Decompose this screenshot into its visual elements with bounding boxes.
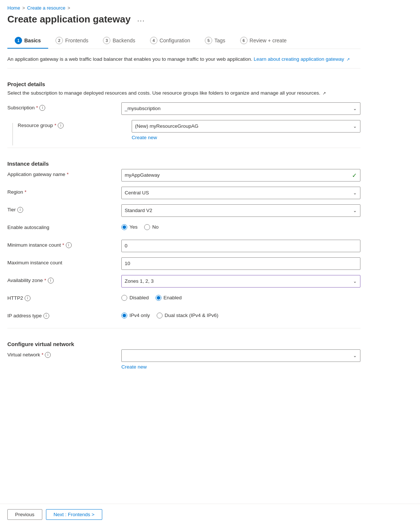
external-link-icon: ↗ (346, 57, 350, 61)
ip-dual-label: Dual stack (IPv4 & IPv6) (165, 313, 218, 318)
region-select[interactable]: Central US (121, 187, 360, 199)
vnet-row: Virtual network * i ⌄ Create new (7, 349, 360, 370)
region-select-wrapper: Central US ⌄ (121, 187, 360, 199)
resource-group-section: Resource group * i (New) myResourceGroup… (18, 120, 360, 145)
tab-review-circle: 6 (240, 37, 248, 44)
tab-frontends[interactable]: 2 Frontends (48, 34, 96, 49)
indent-col (7, 120, 18, 145)
max-count-row: Maximum instance count (7, 257, 360, 270)
tab-configuration-circle: 4 (150, 37, 157, 44)
create-new-rg-link[interactable]: Create new (132, 135, 157, 140)
tier-select-wrapper: Standard V2 ⌄ (121, 204, 360, 217)
resource-group-label: Resource group * i (18, 120, 132, 128)
tab-configuration-label: Configuration (160, 38, 190, 43)
tab-basics-circle: 1 (15, 37, 22, 44)
gateway-name-input[interactable] (121, 169, 360, 182)
http2-enabled-label: Enabled (164, 295, 182, 300)
resource-group-control: (New) myResourceGroupAG ⌄ Create new (132, 120, 360, 140)
tab-tags-circle: 5 (205, 37, 212, 44)
http2-disabled-label: Disabled (129, 295, 149, 300)
subscription-control: _mysubscription ⌄ (121, 102, 360, 115)
create-new-vnet-link[interactable]: Create new (121, 364, 147, 370)
breadcrumb-sep1: > (22, 6, 25, 11)
vnet-control: ⌄ Create new (121, 349, 360, 370)
tier-control: Standard V2 ⌄ (121, 204, 360, 217)
tab-configuration[interactable]: 4 Configuration (143, 34, 197, 49)
tier-info-icon[interactable]: i (17, 207, 23, 213)
ellipsis-button[interactable]: ... (135, 15, 147, 24)
tab-frontends-label: Frontends (65, 38, 88, 43)
gateway-name-label: Application gateway name * (7, 169, 121, 177)
http2-enabled-radio[interactable] (156, 295, 161, 301)
info-link[interactable]: Learn about creating application gateway… (254, 56, 350, 62)
ip-type-label: IP address type i (7, 310, 121, 319)
autoscaling-yes-radio[interactable] (121, 224, 127, 230)
vnet-label: Virtual network * i (7, 349, 121, 358)
breadcrumb-sep2: > (68, 6, 70, 11)
tab-frontends-circle: 2 (56, 37, 63, 44)
info-text: An application gateway is a web traffic … (7, 56, 360, 63)
availability-row: Availability zone * i Zones 1, 2, 3 ⌄ (7, 275, 360, 288)
region-label: Region * (7, 187, 121, 195)
subscription-row: Subscription * i _mysubscription ⌄ (7, 102, 360, 115)
tab-basics[interactable]: 1 Basics (7, 34, 48, 49)
valid-check-icon: ✓ (352, 172, 357, 179)
rg-info-icon[interactable]: i (58, 123, 64, 128)
availability-control: Zones 1, 2, 3 ⌄ (121, 275, 360, 288)
autoscaling-no-radio[interactable] (144, 224, 150, 230)
gateway-name-row: Application gateway name * ✓ (7, 169, 360, 182)
tab-review-label: Review + create (250, 38, 287, 43)
resource-group-select[interactable]: (New) myResourceGroupAG (132, 120, 360, 133)
http2-radio-group: Disabled Enabled (121, 293, 360, 301)
http2-row: HTTP2 i Disabled Enabled (7, 293, 360, 305)
breadcrumb-home[interactable]: Home (7, 5, 20, 11)
autoscaling-no-option[interactable]: No (144, 224, 159, 230)
autoscaling-yes-option[interactable]: Yes (121, 224, 138, 230)
tab-review-create[interactable]: 6 Review + create (233, 34, 294, 49)
indent-bar (13, 123, 13, 145)
subscription-select-wrapper: _mysubscription ⌄ (121, 102, 360, 115)
availability-info-icon[interactable]: i (48, 278, 54, 283)
ip-ipv4-radio[interactable] (121, 313, 127, 318)
tab-tags[interactable]: 5 Tags (197, 34, 233, 49)
breadcrumb: Home > Create a resource > (7, 0, 360, 14)
availability-label: Availability zone * i (7, 275, 121, 283)
min-count-row: Minimum instance count * i (7, 240, 360, 252)
tier-label: Tier i (7, 204, 121, 213)
max-count-input[interactable] (121, 257, 360, 270)
next-button[interactable]: Next : Frontends > (46, 509, 102, 520)
min-count-input[interactable] (121, 240, 360, 252)
min-count-info-icon[interactable]: i (66, 242, 72, 248)
http2-disabled-radio[interactable] (121, 295, 127, 301)
availability-select[interactable]: Zones 1, 2, 3 (121, 275, 360, 288)
page-title: Create application gateway (7, 14, 131, 25)
gateway-name-required: * (67, 172, 69, 177)
http2-control: Disabled Enabled (121, 293, 360, 301)
subscription-select[interactable]: _mysubscription (121, 102, 360, 115)
vnet-info-icon[interactable]: i (45, 352, 51, 358)
ext-icon-desc: ↗ (323, 91, 326, 95)
tab-backends[interactable]: 3 Backends (96, 34, 142, 49)
rg-select-wrapper: (New) myResourceGroupAG ⌄ (132, 120, 360, 133)
http2-enabled-option[interactable]: Enabled (156, 295, 182, 301)
resource-group-indent-row: Resource group * i (New) myResourceGroup… (7, 120, 360, 145)
ip-ipv4-label: IPv4 only (129, 313, 150, 318)
ip-ipv4-option[interactable]: IPv4 only (121, 313, 150, 318)
vnet-select[interactable] (121, 349, 360, 362)
ip-type-radio-group: IPv4 only Dual stack (IPv4 & IPv6) (121, 310, 360, 318)
vnet-select-wrapper: ⌄ (121, 349, 360, 362)
availability-select-wrapper: Zones 1, 2, 3 ⌄ (121, 275, 360, 288)
previous-button[interactable]: Previous (7, 509, 42, 520)
autoscaling-control: Yes No (121, 222, 360, 230)
ip-dual-radio[interactable] (157, 313, 163, 318)
http2-info-icon[interactable]: i (25, 295, 31, 301)
ip-type-info-icon[interactable]: i (43, 313, 49, 319)
ip-dual-option[interactable]: Dual stack (IPv4 & IPv6) (157, 313, 218, 318)
breadcrumb-create-resource[interactable]: Create a resource (27, 5, 65, 11)
subscription-info-icon[interactable]: i (39, 105, 45, 111)
tab-tags-label: Tags (214, 38, 225, 43)
autoscaling-radio-group: Yes No (121, 222, 360, 230)
tier-select[interactable]: Standard V2 (121, 204, 360, 217)
gateway-name-input-wrapper: ✓ (121, 169, 360, 182)
http2-disabled-option[interactable]: Disabled (121, 295, 149, 301)
